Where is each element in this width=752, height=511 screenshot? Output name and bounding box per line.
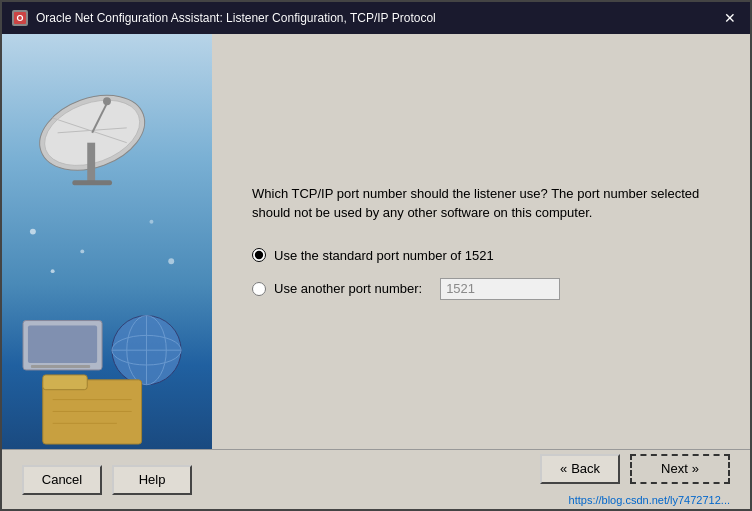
title-bar-left: O Oracle Net Configuration Assistant: Li…	[12, 10, 436, 26]
right-panel: Which TCP/IP port number should the list…	[212, 34, 750, 449]
next-label: Next	[661, 461, 688, 476]
title-bar: O Oracle Net Configuration Assistant: Li…	[2, 2, 750, 34]
another-port-radio[interactable]	[252, 282, 266, 296]
svg-rect-11	[28, 325, 97, 363]
left-panel-inner	[2, 34, 212, 449]
another-port-option: Use another port number:	[252, 278, 710, 300]
footer-link[interactable]: https://blog.csdn.net/ly7472712...	[569, 494, 730, 506]
back-arrow-icon: «	[560, 461, 567, 476]
svg-text:O: O	[16, 13, 23, 23]
footer-left-buttons: Cancel Help	[22, 465, 192, 495]
svg-rect-12	[31, 365, 90, 368]
app-icon: O	[12, 10, 28, 26]
svg-point-25	[149, 220, 153, 224]
svg-point-23	[30, 229, 36, 235]
content-area: Which TCP/IP port number should the list…	[2, 34, 750, 449]
another-port-label: Use another port number:	[274, 281, 422, 296]
svg-rect-19	[43, 375, 87, 390]
next-button[interactable]: Next »	[630, 454, 730, 484]
radio-group: Use the standard port number of 1521 Use…	[252, 248, 710, 300]
window-title: Oracle Net Configuration Assistant: List…	[36, 11, 436, 25]
next-arrow-icon: »	[692, 461, 699, 476]
standard-port-radio[interactable]	[252, 248, 266, 262]
illustration-svg	[2, 34, 212, 449]
svg-point-24	[80, 249, 84, 253]
svg-point-7	[103, 97, 111, 105]
footer-nav-buttons: « Back Next »	[540, 454, 730, 484]
cancel-button[interactable]: Cancel	[22, 465, 102, 495]
svg-point-26	[168, 258, 174, 264]
footer: Cancel Help « Back Next » https://blog.c…	[2, 449, 750, 509]
svg-rect-8	[87, 143, 95, 183]
main-window: O Oracle Net Configuration Assistant: Li…	[0, 0, 752, 511]
back-button[interactable]: « Back	[540, 454, 620, 484]
close-button[interactable]: ✕	[720, 8, 740, 28]
standard-port-label: Use the standard port number of 1521	[274, 248, 494, 263]
footer-right: « Back Next » https://blog.csdn.net/ly74…	[540, 454, 730, 506]
help-button[interactable]: Help	[112, 465, 192, 495]
port-number-input[interactable]	[440, 278, 560, 300]
svg-rect-9	[72, 180, 112, 185]
left-panel	[2, 34, 212, 449]
back-label: Back	[571, 461, 600, 476]
svg-point-27	[51, 269, 55, 273]
standard-port-option: Use the standard port number of 1521	[252, 248, 710, 263]
description-text: Which TCP/IP port number should the list…	[252, 184, 710, 223]
